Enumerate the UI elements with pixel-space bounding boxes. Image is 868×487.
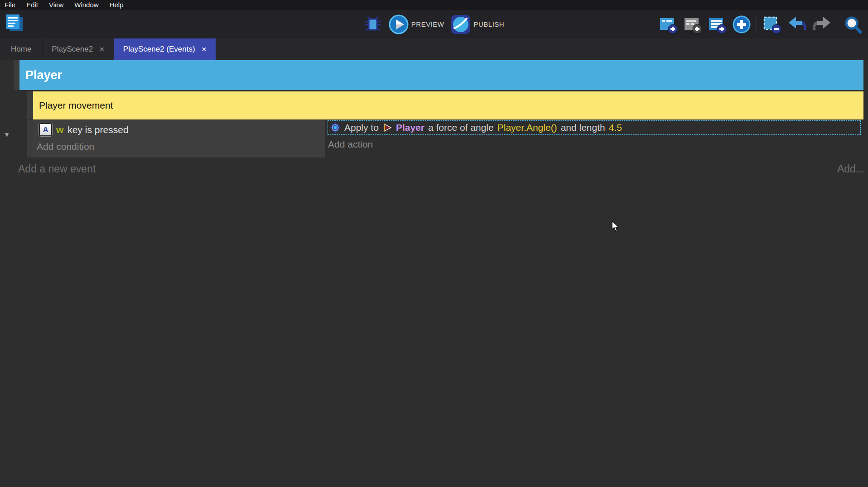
add-circle-icon <box>732 15 751 34</box>
debugger-bug-icon <box>364 16 382 33</box>
actions-column: Apply to Player a force of angle Player.… <box>328 120 863 158</box>
action-object-name: Player <box>396 122 424 133</box>
tab-bar: Home PlayScene2 ✕ PlayScene2 (Events) ✕ <box>0 38 868 60</box>
tab-label: PlayScene2 <box>52 45 93 54</box>
search-events-button[interactable] <box>844 15 863 34</box>
debugger-button[interactable] <box>364 16 382 33</box>
add-condition-button[interactable]: Add condition <box>37 141 94 152</box>
toolbar-separator <box>757 15 757 33</box>
add-window-icon <box>659 15 678 34</box>
tab-label: Home <box>11 45 31 54</box>
tab-playscene2[interactable]: PlayScene2 ✕ <box>43 38 114 60</box>
keyboard-key-icon: A <box>39 123 52 136</box>
event-group-header[interactable]: Player <box>19 60 863 90</box>
publish-button[interactable]: PUBLISH <box>450 14 504 35</box>
condition-text: key is pressed <box>68 124 128 135</box>
add-list-icon <box>708 15 727 34</box>
tab-playscene2-events[interactable]: PlayScene2 (Events) ✕ <box>114 38 216 60</box>
menu-view[interactable]: View <box>43 0 69 10</box>
menu-edit[interactable]: Edit <box>21 0 43 10</box>
action-prefix: Apply to <box>344 122 379 133</box>
tab-home[interactable]: Home <box>0 38 43 60</box>
comment-text: Player movement <box>39 100 113 111</box>
search-icon <box>844 15 863 34</box>
preview-play-icon <box>388 14 409 35</box>
choose-add-button[interactable] <box>732 15 751 34</box>
main-toolbar: PREVIEW PUBLISH <box>0 10 868 39</box>
menu-bar: File Edit View Window Help <box>0 0 868 10</box>
publish-globe-icon <box>450 14 471 35</box>
condition-key-param: w <box>56 124 63 135</box>
project-manager-button[interactable] <box>4 13 25 33</box>
condition-key-pressed[interactable]: A w key is pressed <box>33 120 325 136</box>
event-row: A w key is pressed Add condition Apply t… <box>33 120 863 158</box>
publish-label: PUBLISH <box>473 20 504 28</box>
deselect-all-button[interactable] <box>762 15 781 34</box>
action-suffix-text: and length <box>561 122 605 133</box>
close-icon[interactable]: ✕ <box>202 46 207 53</box>
action-length-value: 4.5 <box>609 122 622 133</box>
add-comment-button[interactable] <box>708 15 727 34</box>
add-event-button[interactable] <box>659 15 678 34</box>
comment-block[interactable]: Player movement <box>33 91 863 119</box>
event-drag-handle[interactable] <box>27 120 33 158</box>
force-icon <box>330 122 341 133</box>
events-sheet: ▾ Player Player movement A w key is pres… <box>0 60 868 487</box>
redo-button[interactable] <box>812 16 832 33</box>
chevron-down-icon[interactable]: ▾ <box>2 129 12 140</box>
tab-label: PlayScene2 (Events) <box>123 45 195 54</box>
keyboard-key-letter: A <box>43 126 48 134</box>
add-more-button[interactable]: Add... <box>837 163 864 175</box>
group-title: Player <box>25 68 62 82</box>
action-middle-text: a force of angle <box>428 122 494 133</box>
menu-file[interactable]: File <box>0 0 21 10</box>
toolbar-separator <box>838 15 838 33</box>
add-new-event-button[interactable]: Add a new event <box>18 163 96 175</box>
object-thumbnail-icon <box>382 123 392 133</box>
group-drag-handle[interactable] <box>14 60 19 90</box>
project-manager-icon <box>4 13 25 33</box>
action-apply-force[interactable]: Apply to Player a force of angle Player.… <box>328 120 861 135</box>
preview-button[interactable]: PREVIEW <box>388 14 444 35</box>
preview-label: PREVIEW <box>411 20 444 28</box>
action-angle-expression: Player.Angle() <box>497 122 557 133</box>
undo-button[interactable] <box>787 16 807 33</box>
add-action-button[interactable]: Add action <box>328 139 373 150</box>
conditions-column: A w key is pressed Add condition <box>33 120 325 158</box>
redo-icon <box>812 16 832 33</box>
add-subevent-button[interactable] <box>683 15 702 34</box>
close-icon[interactable]: ✕ <box>99 46 105 53</box>
add-event-row: Add a new event Add... <box>0 163 868 181</box>
add-window-gray-icon <box>683 15 702 34</box>
comment-drag-handle[interactable] <box>27 91 33 119</box>
deselect-icon <box>762 15 781 34</box>
menu-window[interactable]: Window <box>69 0 104 10</box>
menu-help[interactable]: Help <box>104 0 129 10</box>
toolbar-right-group <box>659 10 863 38</box>
undo-icon <box>787 16 807 33</box>
